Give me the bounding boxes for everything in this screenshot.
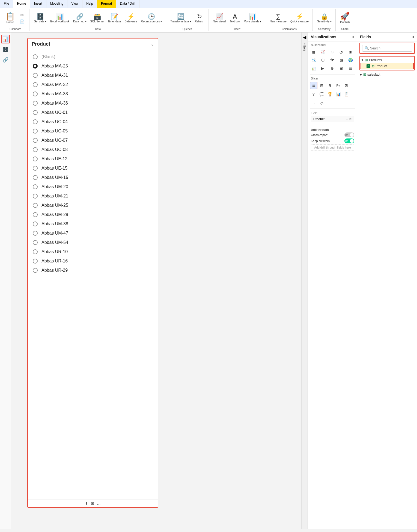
dataverse-button[interactable]: ⚡ Dataverse [123, 13, 139, 24]
slicer-item-label: Abbas UM-47 [41, 231, 68, 236]
viz-icon-scatter[interactable]: ⊙ [328, 48, 336, 56]
keep-filters-toggle[interactable]: On [344, 138, 354, 143]
slicer-item[interactable]: Abbas UM-54 [32, 238, 154, 247]
viz-icon-donut[interactable]: ◉ [347, 48, 354, 56]
viz-icon-tree[interactable]: ▩ [337, 56, 345, 64]
viz-icon-shape[interactable]: ⬦ [310, 99, 317, 107]
slicer-item[interactable]: Abbas MA-25 [32, 61, 154, 71]
sidebar-icon-report[interactable]: 📊 [1, 35, 10, 43]
viz-icon-r-visual[interactable]: R [326, 82, 334, 89]
tab-view[interactable]: View [67, 0, 82, 8]
viz-icon-funnel[interactable]: ⬡ [319, 56, 327, 64]
cut-button[interactable]: ✂ [17, 12, 27, 18]
sensitivity-button[interactable]: 🔒 Sensitivity ▾ [315, 13, 333, 24]
slicer-filter-icon[interactable]: ⬇ [85, 501, 88, 506]
slicer-more-icon[interactable]: … [97, 501, 101, 506]
slicer-item[interactable]: Abbas UE-15 [32, 164, 154, 173]
slicer-item[interactable]: Abbas UM-38 [32, 219, 154, 229]
viz-icon-smart-narrative[interactable]: 🏆 [326, 90, 334, 98]
get-data-button[interactable]: 🗄️ Get data ▾ [32, 13, 48, 24]
slicer-item[interactable]: (Blank) [32, 52, 154, 61]
viz-icon-more[interactable]: … [326, 99, 334, 107]
refresh-button[interactable]: ↻ Refresh [193, 13, 206, 24]
new-visual-button[interactable]: 📈 New visual [211, 13, 228, 24]
slicer-item[interactable]: Abbas MA-33 [32, 89, 154, 99]
new-measure-button[interactable]: ∑ New measure [268, 13, 288, 24]
viz-icon-gauge[interactable]: ⊕ [328, 64, 336, 72]
slicer-item[interactable]: Abbas UC-07 [32, 136, 154, 145]
tab-format[interactable]: Format [97, 0, 116, 8]
slicer-item[interactable]: Abbas UM-21 [32, 191, 154, 201]
paste-button[interactable]: 📋 Paste [4, 11, 17, 25]
slicer-item[interactable]: Abbas UC-08 [32, 145, 154, 154]
fields-panel: Fields » 🔍 ▼ ⊞ Products ✓ ⊞ Pro [357, 32, 417, 529]
publish-button[interactable]: 🚀 Publish [338, 11, 352, 25]
viz-icon-pie[interactable]: ◔ [337, 48, 345, 56]
more-visuals-button[interactable]: 📊 More visuals ▾ [242, 13, 263, 24]
text-box-button[interactable]: A Text box [228, 13, 242, 24]
slicer-item[interactable]: Abbas UC-01 [32, 108, 154, 117]
viz-icon-qna[interactable]: ? [310, 90, 317, 98]
tab-help[interactable]: Help [82, 0, 97, 8]
sql-server-button[interactable]: 🗃️ SQL Server [89, 13, 106, 24]
viz-icon-paginated[interactable]: 📋 [342, 90, 350, 98]
slicer-item[interactable]: Abbas UR-10 [32, 247, 154, 256]
tab-data-drill[interactable]: Data / Drill [116, 0, 139, 8]
tab-home[interactable]: Home [13, 0, 30, 8]
tree-item-product[interactable]: ✓ ⊞ Product [361, 63, 414, 69]
slicer-item[interactable]: Abbas UE-12 [32, 154, 154, 164]
tab-modeling[interactable]: Modeling [46, 0, 68, 8]
slicer-item[interactable]: Abbas UC-04 [32, 117, 154, 126]
viz-icon-py-visual[interactable]: Py [334, 82, 342, 89]
viz-icon-decomp-tree[interactable]: ⊠ [342, 82, 350, 89]
tree-group-products-header[interactable]: ▼ ⊞ Products [361, 57, 414, 63]
field-dropdown-icon[interactable]: ⌄ [345, 117, 348, 121]
recent-sources-button[interactable]: 🕒 Recent sources ▾ [139, 13, 163, 24]
transform-button[interactable]: 🔄 Transform data ▾ [169, 13, 192, 24]
slicer-item[interactable]: Abbas UC-05 [32, 126, 154, 136]
slicer-item[interactable]: Abbas UR-16 [32, 256, 154, 266]
filters-collapse-icon[interactable]: ◀ [303, 35, 306, 40]
viz-icon-map[interactable]: 🗺 [328, 56, 336, 64]
data-hub-button[interactable]: 🔗 Data hub ▾ [72, 13, 88, 24]
viz-icon-multi-card[interactable]: ▤ [347, 64, 354, 72]
enter-data-button[interactable]: 📝 Enter data [106, 13, 122, 24]
cross-report-toggle[interactable]: Off [344, 132, 354, 137]
viz-icon-kpi[interactable]: ▶ [319, 64, 327, 72]
slicer-item[interactable]: Abbas MA-36 [32, 99, 154, 108]
fields-search-input[interactable] [370, 46, 410, 50]
slicer-item[interactable]: Abbas MA-31 [32, 71, 154, 80]
slicer-item[interactable]: Abbas UM-47 [32, 229, 154, 238]
viz-icon-card[interactable]: ▣ [337, 64, 345, 72]
viz-icon-azure-map[interactable]: ◇ [318, 99, 326, 107]
slicer-item[interactable]: Abbas UR-29 [32, 266, 154, 275]
viz-icon-bar-chart[interactable]: ▦ [310, 48, 317, 56]
viz-icon-combo[interactable]: 📊 [310, 64, 317, 72]
slicer-list[interactable]: (Blank)Abbas MA-25Abbas MA-31Abbas MA-32… [28, 50, 158, 499]
viz-icon-filled-map[interactable]: 🌍 [347, 56, 354, 64]
slicer-item[interactable]: Abbas MA-32 [32, 80, 154, 89]
fields-expand-icon[interactable]: » [412, 35, 414, 39]
viz-icon-area[interactable]: 📉 [310, 56, 317, 64]
slicer-item[interactable]: Abbas UM-20 [32, 182, 154, 191]
tree-group-salesfact-header[interactable]: ▶ ⊞ salesfact [359, 72, 415, 77]
quick-measure-button[interactable]: ⚡ Quick measure [289, 13, 310, 24]
excel-button[interactable]: 📊 Excel workbook [49, 13, 71, 24]
sidebar-icon-data[interactable]: 🗄️ [1, 45, 10, 54]
sidebar-icon-model[interactable]: 🔗 [1, 55, 10, 64]
viz-icon-slicer-list[interactable]: ☰ [310, 82, 317, 89]
slicer-expand-all-icon[interactable]: ⊞ [91, 501, 94, 506]
viz-icon-slicer-tile[interactable]: ⊟ [318, 82, 326, 89]
field-remove-icon[interactable]: ✕ [349, 117, 352, 121]
copy-button[interactable]: 📄 [17, 19, 27, 25]
viz-panel-expand-icon[interactable]: » [352, 35, 354, 39]
tab-insert[interactable]: Insert [30, 0, 46, 8]
slicer-item[interactable]: Abbas UM-25 [32, 201, 154, 210]
viz-icon-narrative[interactable]: 💬 [318, 90, 326, 98]
viz-icon-metric[interactable]: 📊 [334, 90, 342, 98]
slicer-item[interactable]: Abbas UM-15 [32, 173, 154, 182]
viz-icon-line-chart[interactable]: 📈 [319, 48, 327, 56]
slicer-expand-icon[interactable]: ⌄ [151, 42, 154, 46]
slicer-item[interactable]: Abbas UM-29 [32, 210, 154, 219]
tab-file[interactable]: File [0, 0, 13, 8]
